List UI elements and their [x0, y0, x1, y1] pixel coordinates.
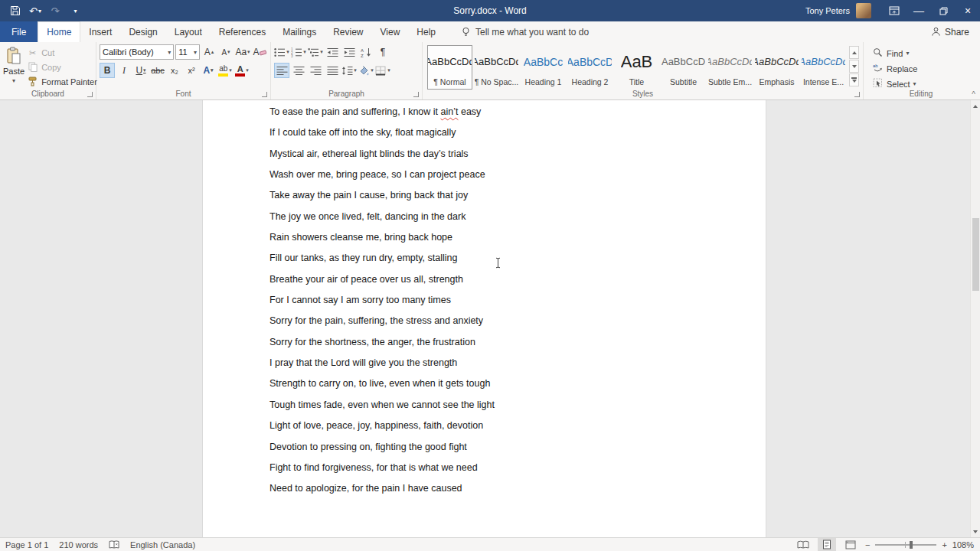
bullets-button[interactable]: ▾	[274, 44, 289, 60]
tab-view[interactable]: View	[372, 21, 409, 42]
styles-scroll-down-button[interactable]	[849, 60, 859, 73]
page-indicator[interactable]: Page 1 of 1	[0, 540, 54, 549]
align-center-button[interactable]	[291, 63, 306, 78]
read-mode-button[interactable]	[794, 538, 812, 551]
replace-button[interactable]: ab Replace	[870, 61, 975, 76]
avatar[interactable]	[856, 3, 871, 18]
tab-mailings[interactable]: Mailings	[274, 21, 325, 42]
paste-button[interactable]: Paste ▾	[3, 44, 24, 89]
zoom-level[interactable]: 108%	[952, 540, 974, 549]
triangle-down-icon	[852, 65, 857, 68]
share-button[interactable]: Share	[920, 21, 980, 42]
document-line: Fill our tanks, as they run dry, empty, …	[270, 248, 750, 269]
copy-button[interactable]: Copy	[24, 60, 100, 74]
tell-me-box[interactable]: Tell me what you want to do	[461, 21, 589, 42]
scroll-up-button[interactable]	[971, 100, 980, 112]
style-heading-2[interactable]: AaBbCcDHeading 2	[567, 45, 612, 90]
document-page[interactable]: To ease the pain and suffering, I know i…	[202, 100, 766, 537]
italic-button[interactable]: I	[116, 63, 132, 78]
justify-button[interactable]	[325, 63, 340, 78]
text-effects-button[interactable]: A▾	[201, 63, 216, 78]
line-spacing-button[interactable]: ▾	[341, 63, 357, 78]
print-layout-button[interactable]	[818, 538, 836, 551]
sort-button[interactable]: AZ	[358, 44, 374, 60]
tab-references[interactable]: References	[211, 21, 274, 42]
style-no-spac[interactable]: AaBbCcDd¶ No Spac...	[474, 45, 519, 90]
tab-home[interactable]: Home	[38, 21, 80, 42]
ribbon-display-options-button[interactable]	[882, 0, 906, 21]
font-name-select[interactable]: Calibri (Body) ▾	[100, 44, 174, 60]
paragraph-dialog-launcher[interactable]	[413, 92, 419, 97]
font-size-select[interactable]: 11 ▾	[175, 44, 200, 60]
underline-label: U	[136, 65, 142, 76]
zoom-out-button[interactable]: −	[865, 540, 870, 549]
scrollbar-thumb[interactable]	[972, 218, 979, 291]
style-subtitle[interactable]: AaBbCcDSubtitle	[661, 45, 706, 90]
font-color-button[interactable]: A ▾	[234, 63, 250, 78]
word-count[interactable]: 210 words	[54, 540, 103, 549]
document-page-text: To ease the pain and suffering, I know i…	[203, 100, 766, 500]
style-subtle-em[interactable]: AaBbCcDdSubtle Em...	[707, 45, 753, 90]
style-emphasis[interactable]: AaBbCcDdEmphasis	[754, 45, 799, 90]
change-case-button[interactable]: Aa▾	[235, 44, 250, 60]
tab-help[interactable]: Help	[408, 21, 444, 42]
styles-scroll-up-button[interactable]	[849, 46, 859, 59]
bold-button[interactable]: B	[100, 63, 115, 78]
font-group: Calibri (Body) ▾ 11 ▾ A▴ A▾ Aa▾ A B I U▾	[96, 42, 271, 99]
undo-button[interactable]: ↶▾	[28, 2, 43, 19]
shading-button[interactable]: ▾	[358, 63, 374, 78]
multilevel-list-button[interactable]: ▾	[308, 44, 323, 60]
format-painter-button[interactable]: Format Painter	[24, 75, 100, 89]
grow-font-button[interactable]: A▴	[201, 44, 217, 60]
clipboard-dialog-launcher[interactable]	[87, 92, 93, 97]
style-title[interactable]: AaBTitle	[614, 45, 659, 90]
tab-design[interactable]: Design	[120, 21, 165, 42]
zoom-slider[interactable]	[875, 544, 936, 546]
style-normal[interactable]: AaBbCcDd¶ Normal	[427, 45, 472, 90]
tab-review[interactable]: Review	[325, 21, 371, 42]
find-button[interactable]: Find ▾	[870, 46, 975, 60]
web-layout-button[interactable]	[841, 538, 860, 551]
language-indicator[interactable]: English (Canada)	[125, 540, 201, 549]
highlight-color-button[interactable]: ab ▾	[217, 63, 233, 78]
save-button[interactable]	[8, 2, 23, 19]
vertical-scrollbar[interactable]	[970, 100, 980, 537]
collapse-ribbon-button[interactable]: ^	[972, 90, 975, 99]
subscript-button[interactable]: x₂	[167, 63, 182, 78]
style-preview: AaBbCcDd	[708, 46, 752, 77]
font-dialog-launcher[interactable]	[262, 92, 267, 97]
clear-formatting-button[interactable]: A	[252, 44, 267, 60]
styles-dialog-launcher[interactable]	[854, 92, 860, 97]
shrink-font-button[interactable]: A▾	[218, 44, 234, 60]
superscript-button[interactable]: x²	[184, 63, 199, 78]
borders-button[interactable]: ▾	[375, 63, 390, 78]
customize-qat-button[interactable]: ▾	[67, 2, 83, 19]
style-intense-e[interactable]: AaBbCcDdIntense E...	[801, 45, 846, 90]
align-left-button[interactable]	[274, 63, 289, 78]
close-button[interactable]: ×	[956, 0, 980, 21]
show-paragraph-marks-button[interactable]: ¶	[375, 44, 390, 60]
styles-more-button[interactable]	[849, 73, 859, 86]
redo-button[interactable]: ↷	[47, 2, 63, 19]
style-heading-1[interactable]: AaBbCcHeading 1	[521, 45, 566, 90]
tab-layout[interactable]: Layout	[166, 21, 211, 42]
numbering-button[interactable]: 123▾	[291, 44, 306, 60]
align-right-button[interactable]	[308, 63, 323, 78]
user-name[interactable]: Tony Peters	[805, 6, 850, 15]
scroll-down-button[interactable]	[971, 526, 980, 537]
restore-button[interactable]	[931, 0, 956, 21]
highlight-color-swatch	[218, 73, 228, 77]
strikethrough-button[interactable]: abc	[150, 63, 165, 78]
zoom-in-button[interactable]: +	[942, 540, 946, 549]
underline-button[interactable]: U▾	[133, 63, 149, 78]
zoom-slider-thumb[interactable]	[910, 541, 913, 549]
decrease-indent-button[interactable]	[325, 44, 340, 60]
tab-insert[interactable]: Insert	[80, 21, 120, 42]
increase-indent-button[interactable]	[341, 44, 357, 60]
chevron-down-icon: ▾	[320, 49, 323, 55]
tab-file[interactable]: File	[0, 21, 38, 42]
cut-button[interactable]: ✂ Cut	[24, 46, 100, 60]
style-preview: AaBbCcD	[568, 46, 612, 77]
minimize-button[interactable]: —	[906, 0, 931, 21]
proofing-status[interactable]	[103, 540, 125, 549]
